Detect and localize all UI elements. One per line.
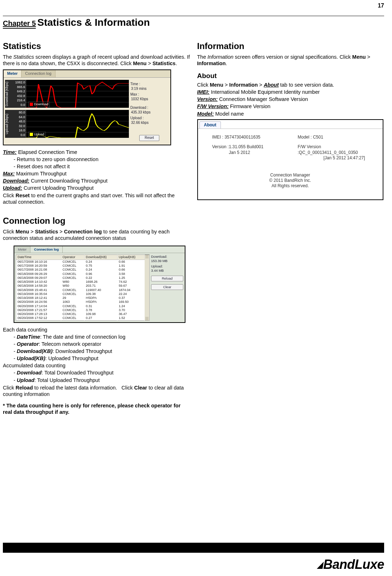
tab-meter[interactable]: Meter: [4, 70, 21, 77]
cell: 06/20/2008 17:28:13: [16, 312, 61, 316]
each-download: - Download(KB): Downloaded Throughput: [14, 348, 190, 354]
ul-label: Upload:: [151, 264, 183, 268]
t: Download(KB): [17, 348, 53, 354]
reset-sentence: Click Reset to end the current graphs an…: [3, 192, 190, 205]
cell: 06/20/2008 16:24:56: [16, 300, 61, 304]
cell: 22.24: [117, 292, 144, 296]
about-model: Model : C501: [298, 135, 375, 140]
dl-label: Download:: [151, 255, 183, 259]
reset-button[interactable]: Reset: [139, 135, 159, 141]
clear-button[interactable]: Clear: [151, 284, 183, 290]
scrollbar[interactable]: [145, 255, 150, 321]
table-row[interactable]: 06/19/2008 18:12:4129HSDPA0.37: [16, 296, 145, 300]
copy-line-1: Connection Manager: [198, 173, 383, 178]
t: Menu: [352, 54, 366, 60]
chapter-title: Statistics & Information: [37, 16, 150, 29]
table-row[interactable]: 06/20/2008 16:24:561063HSDPA169.50: [16, 300, 145, 304]
time-label: Time :: [130, 82, 168, 87]
upload-axis-label: Upload (Kbps): [5, 110, 11, 138]
upload-plot: Upload: [26, 110, 129, 138]
col-download[interactable]: Download(KB): [84, 255, 117, 260]
cell: W50: [61, 284, 84, 288]
col-datetime[interactable]: DateTime: [16, 255, 61, 260]
cell: COMCEL: [61, 260, 84, 264]
cell: 06/17/2008 16:21:08: [16, 268, 61, 272]
table-row[interactable]: 06/18/2008 14:58:20W50203.7159.67: [16, 284, 145, 288]
table-row[interactable]: 06/17/2008 16:20:59COMCEL0.751.91: [16, 264, 145, 268]
t: Connection log: [64, 229, 102, 234]
brand-text: BandLuxe: [323, 556, 384, 572]
tab-meter[interactable]: Meter: [14, 246, 30, 253]
table-row[interactable]: 06/18/2008 09:29:07COMCEL0.221.25: [16, 276, 145, 280]
t: Statistics: [13, 54, 34, 60]
col-operator[interactable]: Operator: [61, 255, 84, 260]
cell: 1.25: [117, 276, 144, 280]
table-row[interactable]: 06/18/2008 09:26:29COMCEL0.963.58: [16, 272, 145, 276]
imei-label: IMEI :: [212, 135, 223, 140]
cell: 06/18/2008 09:29:07: [16, 276, 61, 280]
brand: BandLuxe: [3, 556, 384, 572]
t: Upload:: [3, 185, 22, 191]
t: screen offers version or signal specific…: [233, 54, 352, 60]
t: : Telecom network operator: [39, 341, 101, 347]
table-row[interactable]: 06/20/2008 17:14:04COMCEL0.311.24: [16, 304, 145, 308]
tab-connection-log[interactable]: Connection log: [21, 70, 55, 77]
t: Clear: [134, 385, 147, 391]
acc-upload: - Upload: Total Uploaded Throughput: [14, 377, 190, 383]
table-row[interactable]: 06/19/2008 16:35:04COMCEL109.3822.24: [16, 292, 145, 296]
table-row[interactable]: 06/18/2008 14:10:42W801698.2674.62: [16, 280, 145, 284]
cell: 109.98: [84, 312, 117, 316]
t: >: [366, 54, 371, 60]
cell: 59.67: [117, 284, 144, 288]
upload-value: 32.66 kbps: [131, 121, 168, 125]
table-row[interactable]: 06/20/2008 17:21:57COMCEL3.783.70: [16, 308, 145, 312]
ul-value: 3.44 MB: [151, 268, 183, 273]
cell: 06/17/2008 16:20:59: [16, 264, 61, 268]
cell: COMCEL: [61, 268, 84, 272]
model-def: Model: Model name: [197, 111, 384, 117]
tick: 216.4: [11, 98, 25, 102]
download-value: 435.33 kbps: [131, 110, 168, 115]
table-row[interactable]: 06/17/2008 16:21:08COMCEL0.240.66: [16, 268, 145, 272]
tab-about[interactable]: About: [199, 121, 221, 129]
t: >: [223, 82, 229, 88]
footer: BandLuxe: [3, 543, 384, 572]
table-row[interactable]: 06/17/2008 16:10:16COMCEL0.240.66: [16, 260, 145, 264]
t: Statistics: [35, 229, 58, 234]
cell: 06/18/2008 14:10:42: [16, 280, 61, 284]
tab-connection-log[interactable]: Connection log: [30, 246, 63, 253]
t: >: [258, 82, 264, 88]
t: DateTime: [17, 334, 40, 340]
cell: COMCEL: [61, 304, 84, 308]
t: Menu: [210, 82, 223, 88]
upload-chart: Upload (Kbps) 80.0 64.0 48.0 32.0 16.0 0…: [5, 110, 129, 138]
cell: COMCEL: [61, 272, 84, 276]
right-column: Information The Information screen offer…: [197, 41, 384, 416]
table-row[interactable]: 06/20/2008 17:52:12COMCEL0.271.52: [16, 316, 145, 320]
footnote: * The data counting here is only for ref…: [3, 402, 190, 415]
t: Reload: [15, 385, 33, 391]
t: The: [197, 54, 208, 60]
brand-accent-icon: [317, 562, 324, 569]
download-chart: Download (Kbps) 1082.0 865.6 649.2 432.8…: [5, 80, 129, 108]
table-row[interactable]: 06/18/2008 15:48:41COMCEL119007.401874.0…: [16, 288, 145, 292]
cell: 06/19/2008 18:12:41: [16, 296, 61, 300]
cell: 109.38: [84, 292, 117, 296]
download-axis-label: Download (Kbps): [5, 80, 11, 108]
cell: 3.58: [117, 272, 144, 276]
cell: HSDPA: [84, 300, 117, 304]
max-def: Max: Maximum Throughput: [3, 170, 190, 177]
connection-log-heading: Connection log: [3, 216, 190, 226]
cell: COMCEL: [61, 264, 84, 268]
max-label: Max :: [130, 92, 168, 97]
statistics-heading: Statistics: [3, 41, 190, 52]
chapter-heading: Chapter 5 Statistics & Information: [3, 16, 384, 29]
cell: 06/20/2008 17:14:04: [16, 304, 61, 308]
t: tab to see version data.: [279, 82, 334, 88]
meter-panel: Meter Connection log Download (Kbps) 108…: [3, 69, 171, 145]
table-row[interactable]: 06/20/2008 17:28:13COMCEL109.9836.47: [16, 312, 145, 316]
col-upload[interactable]: Upload(KB): [117, 255, 144, 260]
reload-button[interactable]: Reload: [151, 276, 183, 281]
upload-legend: Upload: [28, 132, 46, 137]
tick: 0.0: [11, 103, 25, 107]
